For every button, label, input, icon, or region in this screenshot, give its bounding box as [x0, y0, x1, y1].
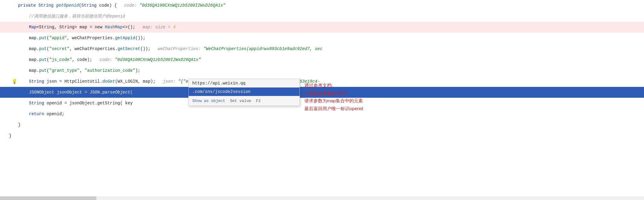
code-content-12: } — [18, 122, 20, 127]
code-content-2: //调用微信接口服务，获得当前微信用户的openid — [29, 14, 125, 19]
code-content-3: Map<String, String> map = new HashMap<>(… — [29, 25, 176, 30]
bulb-icon[interactable]: 💡 — [11, 78, 17, 84]
editor-container: private String getOpenid(String code) { … — [0, 0, 644, 200]
code-line-13: } — [0, 130, 644, 141]
code-line-1: private String getOpenid(String code) { … — [0, 0, 644, 11]
annotation-line-1: 通过参考文档: — [304, 81, 363, 89]
autocomplete-popup: https://api.weixin.qq .com/sns/jscode2se… — [188, 79, 300, 106]
annotation-line-4: 最后返回用户唯一标识openid — [304, 105, 363, 113]
autocomplete-item-1[interactable]: https://api.weixin.qq — [189, 79, 300, 87]
code-content-11: return openid; — [29, 112, 64, 116]
code-line-7: map.put("grant_type", "authorization_cod… — [0, 65, 644, 76]
code-content-4: map.put("appid", weChatProperties.getApp… — [29, 36, 146, 40]
code-line-6: map.put("js_code", code); code: "0d36QA1… — [0, 54, 644, 65]
code-line-5: map.put("secret", weChatProperties.getSe… — [0, 43, 644, 54]
code-line-2: //调用微信接口服务，获得当前微信用户的openid — [0, 11, 644, 22]
set-value-label: Set value — [230, 99, 251, 103]
code-area: private String getOpenid(String code) { … — [0, 0, 644, 141]
scrollbar-thumb[interactable] — [0, 196, 96, 200]
show-as-object-link[interactable]: Show as object — [192, 99, 225, 103]
code-content-7: map.put("grant_type", "authorization_cod… — [29, 68, 140, 73]
autocomplete-item-2[interactable]: .com/sns/jscode2session — [189, 87, 300, 96]
code-content-9: JSONObject jsonObject = JSON.parseObject… — [29, 90, 133, 95]
code-line-12: } — [0, 119, 644, 130]
code-line-4: map.put("appid", weChatProperties.getApp… — [0, 33, 644, 43]
code-line-3: Map<String, String> map = new HashMap<>(… — [0, 22, 644, 33]
code-content-5: map.put("secret", weChatProperties.getSe… — [29, 46, 322, 51]
code-content-10: String openid = jsonObject.getString( ke… — [29, 101, 133, 106]
horizontal-scrollbar[interactable] — [0, 196, 644, 200]
annotation-line-2: 向该地址发送get请求 — [304, 89, 363, 97]
f2-key-hint: F2 — [256, 99, 261, 103]
autocomplete-footer: Show as object Set value F2 — [189, 96, 300, 106]
annotation-line-3: 请求参数为map集合中的元素 — [304, 97, 363, 105]
code-content-13: } — [9, 133, 11, 138]
code-content-6: map.put("js_code", code); code: "0d36QA1… — [29, 57, 201, 62]
annotation-box: 通过参考文档: 向该地址发送get请求 请求参数为map集合中的元素 最后返回用… — [304, 81, 363, 112]
code-content-1: private String getOpenid(String code) { … — [18, 3, 225, 8]
